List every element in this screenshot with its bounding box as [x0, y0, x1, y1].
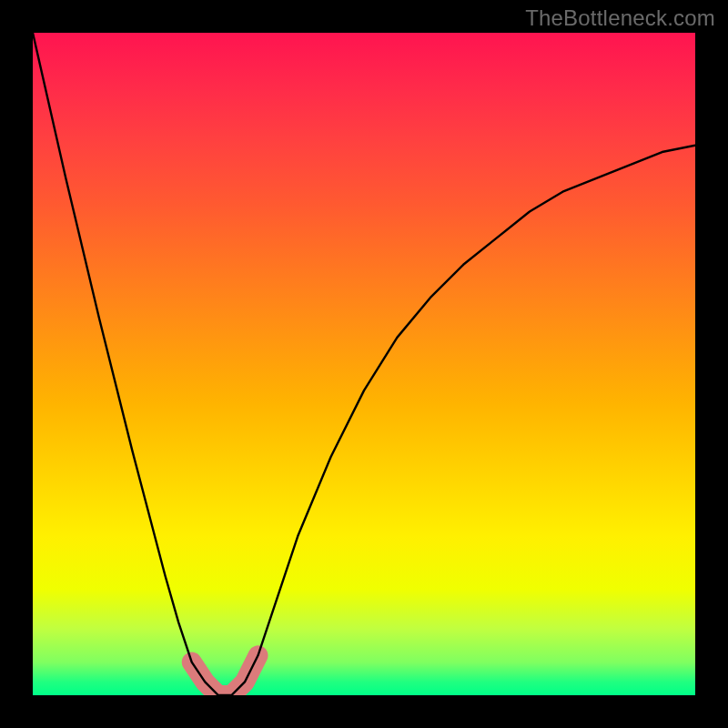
curve-layer	[33, 33, 695, 695]
plot-area	[33, 33, 695, 695]
bottleneck-curve	[33, 33, 695, 695]
watermark-text: TheBottleneck.com	[525, 5, 715, 31]
chart-container: TheBottleneck.com	[0, 0, 728, 728]
